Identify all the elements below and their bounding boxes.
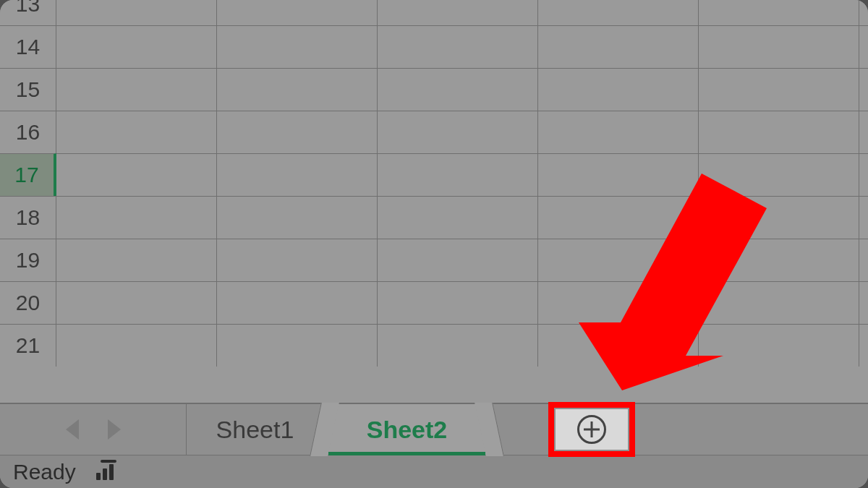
sheet-tab-label: Sheet2 [367,416,448,444]
row-header-19[interactable]: 19 [0,239,56,281]
cell[interactable] [56,196,217,239]
cell[interactable] [699,281,859,324]
cell[interactable] [699,111,859,153]
cell[interactable] [378,68,538,111]
cell[interactable] [859,68,868,111]
cell[interactable] [699,324,859,367]
sheet-nav [0,404,187,455]
sheet-tab-label: Sheet1 [216,416,294,444]
cell[interactable] [378,153,538,196]
status-bar: Ready [0,455,868,488]
cell[interactable] [538,68,699,111]
cell[interactable] [699,25,859,68]
cell[interactable] [699,153,859,196]
row-header-20[interactable]: 20 [0,281,56,324]
grid-row: 18 [0,196,868,239]
cell[interactable] [699,196,859,239]
row-header-14[interactable]: 14 [0,25,56,68]
cell[interactable] [378,281,538,324]
row-header-15[interactable]: 15 [0,68,56,111]
cell[interactable] [56,281,217,324]
cell[interactable] [538,281,699,324]
cell[interactable] [217,281,378,324]
cell[interactable] [217,153,378,196]
grid-row: 14 [0,25,868,68]
new-sheet-wrap [548,404,635,455]
status-text: Ready [13,460,76,484]
row-header-13[interactable]: 13 [0,0,56,25]
grid-row: 20 [0,281,868,324]
cell[interactable] [217,239,378,281]
cell[interactable] [56,25,217,68]
cell[interactable] [378,324,538,367]
cell[interactable] [378,239,538,281]
cell[interactable] [538,25,699,68]
cell[interactable] [217,324,378,367]
grid-row: 21 [0,324,868,367]
cell[interactable] [538,153,699,196]
cell[interactable] [538,196,699,239]
cell[interactable] [217,68,378,111]
cell[interactable] [538,239,699,281]
cell[interactable] [859,239,868,281]
grid-row: 17 [0,153,868,196]
cell[interactable] [56,68,217,111]
sheet-nav-prev-icon[interactable] [66,419,79,440]
cell[interactable] [859,153,868,196]
new-sheet-button[interactable] [556,409,628,450]
cell-grid[interactable]: 13 14 15 [0,0,868,403]
cell[interactable] [217,25,378,68]
grid-row: 15 [0,68,868,111]
sheet-nav-next-icon[interactable] [108,419,121,440]
cell[interactable] [699,239,859,281]
row-header-18[interactable]: 18 [0,196,56,239]
cell[interactable] [56,0,217,25]
cell[interactable] [56,111,217,153]
row-header-21[interactable]: 21 [0,324,56,367]
cell[interactable] [217,111,378,153]
grid-row: 19 [0,239,868,281]
cell[interactable] [217,196,378,239]
sheet-tab-bar: Sheet1 Sheet2 [0,403,868,455]
row-header-17[interactable]: 17 [0,153,56,196]
cell[interactable] [859,111,868,153]
sheet-tabs: Sheet1 Sheet2 [187,404,490,455]
cell[interactable] [538,324,699,367]
sheet-tab-sheet2[interactable]: Sheet2 [324,404,490,455]
cell[interactable] [859,281,868,324]
active-tab-underline [328,452,485,455]
cell[interactable] [538,0,699,25]
cell[interactable] [56,153,217,196]
cell[interactable] [699,68,859,111]
cell[interactable] [217,0,378,25]
row-header-16[interactable]: 16 [0,111,56,153]
cell[interactable] [378,0,538,25]
cell[interactable] [859,196,868,239]
cell[interactable] [56,324,217,367]
cell[interactable] [378,196,538,239]
sheet-tab-sheet1[interactable]: Sheet1 [187,404,324,455]
cell[interactable] [859,25,868,68]
cell[interactable] [859,0,868,25]
annotation-highlight-box [548,402,635,457]
excel-window: 13 14 15 [0,0,868,488]
grid-row: 13 [0,0,868,25]
cell[interactable] [378,111,538,153]
cell[interactable] [56,239,217,281]
grid-row: 16 [0,111,868,153]
cell[interactable] [538,111,699,153]
cell[interactable] [699,0,859,25]
cell[interactable] [378,25,538,68]
cell[interactable] [859,324,868,367]
macro-record-icon[interactable] [96,464,121,480]
plus-circle-icon [577,415,606,444]
